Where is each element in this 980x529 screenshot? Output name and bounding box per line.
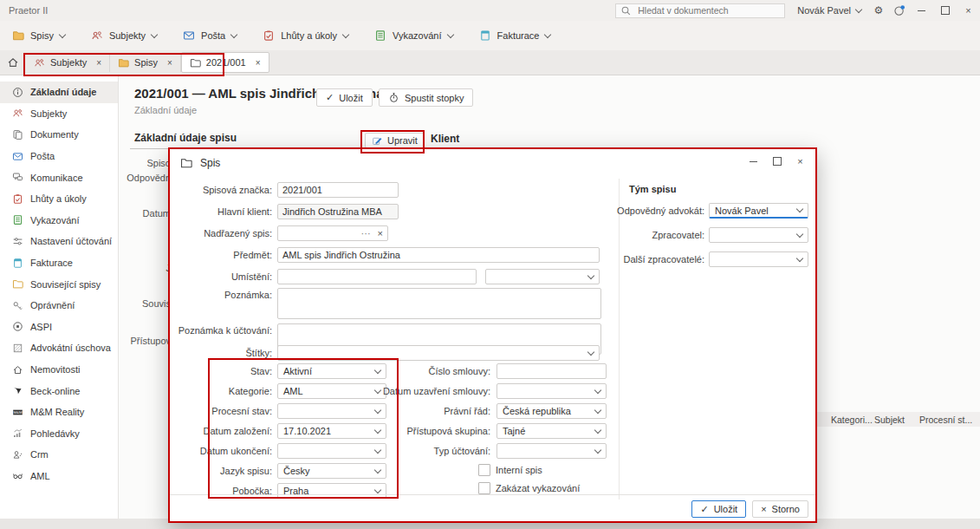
pobocka-select[interactable]: Praha xyxy=(277,483,386,499)
ellipsis-picker-icon[interactable]: ··· xyxy=(361,228,371,238)
menu-posta[interactable]: Pošta xyxy=(183,29,237,42)
clear-icon[interactable]: × xyxy=(378,228,383,238)
dialog-cancel-button[interactable]: × Storno xyxy=(752,500,808,518)
spisova-znacka-value[interactable] xyxy=(282,185,393,195)
sidebar-item-lhuty-a-ukoly[interactable]: Lhůty a úkoly xyxy=(0,188,118,210)
nadrazeny-spis-input[interactable]: ··· × xyxy=(277,225,388,241)
predmet-input[interactable] xyxy=(277,247,600,263)
sidebar-item-pohledavky[interactable]: Pohledávky xyxy=(0,423,118,445)
cislo-smlouvy-value[interactable] xyxy=(502,366,601,376)
procesni-stav-label: Procesní stav: xyxy=(173,406,272,416)
maximize-button[interactable] xyxy=(933,0,957,21)
mail-icon xyxy=(183,29,195,42)
sidebar-item-crm[interactable]: Crm xyxy=(0,444,118,466)
tab-subjekty[interactable]: Subjekty × xyxy=(26,53,110,72)
report-list-icon xyxy=(12,214,23,225)
sidebar-item-souvisejici-spisy[interactable]: Související spisy xyxy=(0,273,118,295)
sidebar-item-label: Subjekty xyxy=(30,108,67,119)
close-tab-icon[interactable]: × xyxy=(96,58,101,68)
tabbar: Subjekty × Spisy × 2021/001 × xyxy=(0,50,980,75)
umisteni-value[interactable] xyxy=(282,271,471,282)
search-input[interactable] xyxy=(636,4,780,16)
zpracovatel-label: Zpracovatel: xyxy=(607,230,704,240)
folder-icon xyxy=(118,57,129,69)
save-button[interactable]: ✓ Uložit xyxy=(316,88,373,107)
typ-uctovani-select[interactable] xyxy=(496,443,607,459)
datum-zalozeni-label: Datum založení: xyxy=(173,426,272,436)
sidebar-item-aml[interactable]: AML xyxy=(0,466,118,487)
client-heading: Klient xyxy=(431,133,459,145)
background-table-header: Kategori... Subjekt Procesní st... xyxy=(815,412,980,427)
poznamka-textarea[interactable] xyxy=(277,288,601,319)
settings-button[interactable]: ⚙ xyxy=(868,4,889,16)
odpovedny-advokat-select[interactable]: Novák Pavel xyxy=(709,203,808,219)
stitky-select[interactable] xyxy=(277,345,600,361)
sidebar-item-beck-online[interactable]: Beck-online xyxy=(0,380,118,402)
user-menu[interactable]: Novák Pavel xyxy=(797,5,861,16)
help-button[interactable] xyxy=(889,4,910,16)
tab-2021-001[interactable]: 2021/001 × xyxy=(181,52,269,73)
mm-reality-icon: M&M xyxy=(12,407,23,418)
pristupova-skupina-select[interactable]: Tajné xyxy=(496,423,607,439)
sidebar-item-zakladni-udaje[interactable]: Základní údaje xyxy=(0,82,118,103)
start-stopwatch-button[interactable]: Spustit stopky xyxy=(379,88,473,107)
umisteni-input[interactable] xyxy=(277,269,477,284)
table-header-procesni-stav[interactable]: Procesní st... xyxy=(919,415,972,425)
hlavni-klient-label: Hlavní klient: xyxy=(173,206,272,217)
hlavni-klient-input[interactable] xyxy=(277,204,399,219)
menu-label: Fakturace xyxy=(497,30,540,41)
close-button[interactable]: × xyxy=(957,0,980,21)
dalsi-zpracovatele-select[interactable] xyxy=(709,251,808,267)
spisova-znacka-input[interactable] xyxy=(277,182,399,198)
minimize-button[interactable] xyxy=(910,0,933,21)
chevron-down-icon xyxy=(594,386,601,393)
gear-icon: ⚙ xyxy=(874,4,884,16)
pravni-rad-select[interactable]: Česká republika xyxy=(496,403,607,419)
menu-lhuty-a-ukoly[interactable]: Lhůty a úkoly xyxy=(263,29,348,42)
predmet-value[interactable] xyxy=(282,250,594,260)
sidebar-item-dokumenty[interactable]: Dokumenty xyxy=(0,124,118,146)
typ-uctovani-label: Typ účtování: xyxy=(369,446,490,456)
key-icon xyxy=(12,300,23,311)
sidebar-item-aspi[interactable]: ASPI xyxy=(0,317,118,338)
menu-subjekty[interactable]: Subjekty xyxy=(91,29,157,42)
search-box[interactable] xyxy=(615,3,785,18)
zakazat-vykazovani-checkbox[interactable] xyxy=(478,482,490,494)
dialog-save-button[interactable]: ✓ Uložit xyxy=(691,500,746,518)
menu-fakturace[interactable]: Fakturace xyxy=(479,29,551,42)
sidebar-item-mm-reality[interactable]: M&M M&M Reality xyxy=(0,402,118,423)
menu-spisy[interactable]: Spisy xyxy=(12,29,65,42)
jazyk-spisu-select[interactable]: Česky xyxy=(277,463,386,479)
edit-button[interactable]: Upravit xyxy=(365,133,425,148)
close-tab-icon[interactable]: × xyxy=(256,58,261,68)
close-tab-icon[interactable]: × xyxy=(167,58,172,68)
save-button-label: Uložit xyxy=(339,93,363,103)
menu-vykazovani[interactable]: Vykazování xyxy=(374,29,452,42)
home-button[interactable] xyxy=(0,56,26,69)
table-header-kategorie[interactable]: Kategori... xyxy=(831,415,874,425)
chevron-down-icon xyxy=(374,466,381,473)
menu-label: Pošta xyxy=(201,30,225,41)
interni-spis-checkbox[interactable] xyxy=(478,464,490,476)
dialog-close-button[interactable]: × xyxy=(789,153,812,170)
cislo-smlouvy-input[interactable] xyxy=(496,363,607,379)
zpracovatel-select[interactable] xyxy=(709,227,808,243)
close-icon: × xyxy=(797,156,802,167)
chevron-down-icon xyxy=(855,5,862,12)
datum-uzavreni-smlouvy-select[interactable] xyxy=(496,383,607,399)
hlavni-klient-value[interactable] xyxy=(282,206,393,217)
dialog-minimize-button[interactable] xyxy=(742,153,765,170)
app-title: Praetor II xyxy=(9,5,48,16)
chevron-down-icon xyxy=(587,271,594,278)
sidebar-item-nastaveni-uctovani[interactable]: Nastavení účtování xyxy=(0,231,118,252)
tab-spisy[interactable]: Spisy × xyxy=(110,53,181,72)
sidebar-item-subjekty[interactable]: Subjekty xyxy=(0,103,118,125)
dialog-maximize-button[interactable] xyxy=(765,153,789,170)
cislo-smlouvy-label: Číslo smlouvy: xyxy=(369,366,490,376)
table-header-subjekt[interactable]: Subjekt xyxy=(874,415,919,425)
umisteni-select[interactable] xyxy=(485,269,600,284)
maximize-icon xyxy=(941,6,950,15)
odpovedny-advokat-label: Odpovědný advokát: xyxy=(607,206,704,216)
invoice-icon xyxy=(479,29,491,42)
sidebar-item-nemovitosti[interactable]: Nemovitosti xyxy=(0,359,118,381)
